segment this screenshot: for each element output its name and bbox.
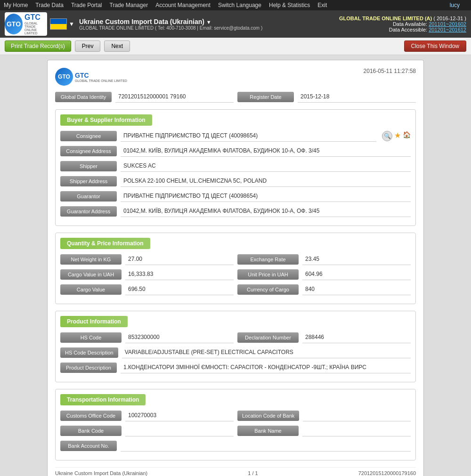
company-period: ( 2016-12-31 ) [433,16,466,21]
cargo-value-currency-row: Cargo Value 696.50 Currency of Cargo 840 [60,284,411,295]
unit-price-uah-label: Unit Price in UAH [237,269,299,280]
identity-row: Global Data Identity 7201201512000001 79… [55,91,416,103]
title-dropdown-icon[interactable]: ▼ [206,19,211,25]
prev-button-top[interactable]: Prev [75,40,101,52]
close-button-top[interactable]: Close This Window [404,40,466,52]
cargo-value-col: Cargo Value 696.50 [60,284,234,295]
card-timestamp: 2016-05-11 11:27:58 [364,68,416,74]
net-weight-col: Net Weight in KG 27.00 [60,254,234,265]
gto-circle-icon: GTO [5,14,23,34]
guarantor-address-value: 01042,М. КИЇВ, ВУЛИЦЯ АКАДЕМІКА ФІЛАТОВА… [121,206,411,217]
nav-account-management[interactable]: Account Management [155,2,211,8]
bank-account-value [121,440,411,452]
flag-dropdown-icon[interactable]: ▼ [69,21,74,27]
data-accessible-link[interactable]: 201201~201612 [429,27,466,32]
page-subtitle: GLOBAL TRADE ONLINE LIMITED ( Tel: 400-7… [79,25,334,31]
cargo-uah-unit-price-row: Cargo Value in UAH 16,333.83 Unit Price … [60,269,411,280]
exchange-rate-label: Exchange Rate [237,254,299,265]
shipper-address-label: Shipper Address [60,176,117,186]
data-accessible-label: Data Accessible: [389,27,427,32]
ukraine-flag [50,18,67,30]
title-area: Ukraine Custom Import Data (Ukrainian) ▼… [79,18,334,31]
declaration-col: Declaration Number 288446 [237,332,411,343]
bank-code-value [125,425,234,436]
global-data-identity-label: Global Data Identity [55,92,112,102]
main-content: GTO GTC GLOBAL TRADE ONLINE LIMITED 2016… [0,55,471,476]
card-logo-subname: GLOBAL TRADE ONLINE LIMITED [75,79,127,82]
consignee-label: Consignee [60,131,117,141]
logo-area: GTO GTC GLOBAL TRADEONLINE LIMITED ▼ [5,12,74,36]
search-icon[interactable]: 🔍 [382,131,392,141]
nav-switch-language[interactable]: Switch Language [218,2,261,8]
nav-exit[interactable]: Exit [317,2,327,8]
bank-name-label: Bank Name [237,426,299,436]
shipper-value: SUKCES AC [121,161,411,172]
shipper-label: Shipper [60,161,117,171]
flag-blue [50,19,66,24]
shipper-row: Shipper SUKCES AC [60,161,411,172]
currency-cargo-col: Currency of Cargo 840 [237,284,411,295]
flag-yellow [50,24,66,29]
cargo-value-value: 696.50 [125,284,234,295]
nav-trade-portal[interactable]: Trade Portal [71,2,102,8]
guarantor-value: ПРИВАТНЕ ПІДПРИЄМСТВО ТД ІДЕСТ (40098654… [121,191,411,202]
record-card: GTO GTC GLOBAL TRADE ONLINE LIMITED 2016… [47,60,424,476]
guarantor-address-label: Guarantor Address [60,206,117,217]
hs-code-label: HS Code [60,332,122,343]
global-data-identity-value: 7201201512000001 79160 [115,91,234,103]
data-available-link[interactable]: 201101~201602 [429,21,466,27]
currency-cargo-value: 840 [302,284,411,295]
quantity-price-section: Quantity & Price Information Net Weight … [55,233,416,304]
gto-subname: GLOBAL TRADEONLINE LIMITED [24,22,47,35]
page-title: Ukraine Custom Import Data (Ukrainian) ▼ [79,18,334,25]
buyer-supplier-section: Buyer & Supplier Information Consignee П… [55,109,416,226]
next-button-top[interactable]: Next [104,40,130,52]
bank-account-row: Bank Account No. [60,440,411,452]
hs-code-desc-label: HS Code Description [60,347,118,358]
home-icon[interactable]: 🏠 [403,131,411,141]
card-logo-name: GTC [75,72,127,79]
sub-header: GTO GTC GLOBAL TRADEONLINE LIMITED ▼ Ukr… [0,10,471,38]
product-section: Product Information HS Code 8532300000 D… [55,311,416,382]
nav-trade-manager[interactable]: Trade Manager [110,2,148,8]
hs-declaration-row: HS Code 8532300000 Declaration Number 28… [60,332,411,343]
shipper-address-row: Shipper Address POLSKA 22-100 CHELM, UL.… [60,176,411,187]
cargo-uah-col: Cargo Value in UAH 16,333.83 [60,269,234,280]
hs-desc-row: HS Code Description VARIABLE/ADJUSTABLE … [60,347,411,358]
print-button-top[interactable]: Print Trade Record(s) [5,40,71,52]
consignee-row: Consignee ПРИВАТНЕ ПІДПРИЄМСТВО ТД ІДЕСТ… [60,130,411,142]
company-name: GLOBAL TRADE ONLINE LIMITED (A) [339,16,432,21]
quantity-price-title: Quantity & Price Information [60,238,150,249]
card-logo: GTO GTC GLOBAL TRADE ONLINE LIMITED [55,68,127,86]
bank-code-name-row: Bank Code Bank Name [60,425,411,436]
nav-trade-data[interactable]: Trade Data [35,2,64,8]
bank-name-value [302,425,411,436]
data-available-label: Data Available: [393,21,427,27]
hs-code-col: HS Code 8532300000 [60,332,234,343]
user-name: lucy [450,2,460,8]
page-info: 1 / 1 [248,470,258,476]
top-navigation: My Home Trade Data Trade Portal Trade Ma… [0,0,471,10]
nav-help-statistics[interactable]: Help & Statistics [269,2,310,8]
action-bar-top: Print Trade Record(s) Prev Next Close Th… [0,38,471,55]
location-bank-label: Location Code of Bank [237,411,299,421]
net-weight-value: 27.00 [125,254,234,265]
guarantor-label: Guarantor [60,191,117,202]
unit-price-uah-col: Unit Price in UAH 604.96 [237,269,411,280]
currency-cargo-label: Currency of Cargo [237,284,299,295]
declaration-number-value: 288446 [302,332,411,343]
consignee-address-value: 01042,М. КИЇВ, ВУЛИЦЯ АКАДЕМІКА ФІЛАТОВА… [121,145,411,157]
guarantor-address-row: Guarantor Address 01042,М. КИЇВ, ВУЛИЦЯ … [60,206,411,217]
star-icon[interactable]: ★ [394,131,401,141]
product-title: Product Information [60,316,128,327]
shipper-address-value: POLSKA 22-100 CHELM, UL.CHEMICZNA 5C, PO… [121,176,411,187]
flag-area: ▼ [50,18,74,30]
customs-office-value: 100270003 [125,410,234,421]
location-bank-value [303,410,411,421]
nav-my-home[interactable]: My Home [4,2,28,8]
unit-price-uah-value: 604.96 [302,269,411,280]
consignee-address-row: Consignee Address 01042,М. КИЇВ, ВУЛИЦЯ … [60,145,411,157]
bank-code-col: Bank Code [60,425,234,436]
customs-office-col: Customs Office Code 100270003 [60,410,234,421]
bank-account-label: Bank Account No. [60,441,117,451]
